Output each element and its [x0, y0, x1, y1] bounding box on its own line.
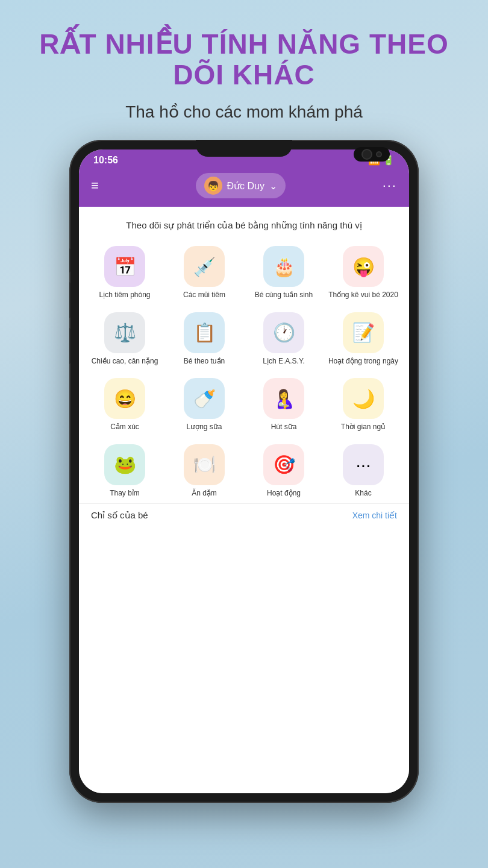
feature-label-13: Ăn dặm: [192, 489, 217, 498]
bottom-label: Chỉ số của bé: [91, 510, 148, 521]
feature-item-9[interactable]: 🍼Lượng sữa: [166, 373, 243, 437]
features-grid: 📅Lịch tiêm phòng💉Các mũi tiêm🎂Bé cùng tu…: [79, 241, 409, 503]
feature-icon-10: 🤱: [263, 378, 304, 419]
feature-icon-9: 🍼: [184, 378, 225, 419]
feature-item-12[interactable]: 🐸Thay bỉm: [86, 439, 163, 503]
feature-item-6[interactable]: 🕐Lịch E.A.S.Y.: [245, 307, 322, 371]
feature-label-12: Thay bỉm: [110, 489, 140, 498]
feature-item-14[interactable]: 🎯Hoạt động: [245, 439, 322, 503]
feature-label-2: Bé cùng tuần sinh: [255, 291, 313, 300]
feature-icon-14: 🎯: [263, 444, 304, 485]
feature-item-1[interactable]: 💉Các mũi tiêm: [166, 241, 243, 305]
feature-label-0: Lịch tiêm phòng: [99, 291, 150, 300]
feature-label-11: Thời gian ngủ: [341, 423, 386, 432]
feature-label-4: Chiều cao, cân nặng: [92, 357, 158, 366]
feature-item-4[interactable]: ⚖️Chiều cao, cân nặng: [86, 307, 163, 371]
phone-notch: [196, 140, 292, 157]
feature-item-11[interactable]: 🌙Thời gian ngủ: [325, 373, 402, 437]
phone-frame: 10:56 📶 🔋 ≡ 👦 Đức Duy ⌄ ··· Theo dõi sự …: [69, 140, 419, 803]
feature-icon-13: 🍽️: [184, 444, 225, 485]
feature-item-15[interactable]: ···Khác: [325, 439, 402, 503]
feature-icon-3: 😜: [343, 246, 384, 287]
page-title-block: RẤT NHIỀU TÍNH NĂNG THEO DÕI KHÁC: [15, 29, 472, 90]
camera-module: [354, 147, 390, 162]
feature-label-9: Lượng sữa: [186, 423, 222, 432]
feature-icon-8: 😄: [104, 378, 145, 419]
avatar: 👦: [204, 177, 222, 195]
profile-name: Đức Duy: [227, 180, 264, 192]
feature-label-6: Lịch E.A.S.Y.: [263, 357, 305, 366]
feature-item-8[interactable]: 😄Cảm xúc: [86, 373, 163, 437]
feature-item-10[interactable]: 🤱Hút sữa: [245, 373, 322, 437]
feature-item-2[interactable]: 🎂Bé cùng tuần sinh: [245, 241, 322, 305]
feature-label-10: Hút sữa: [271, 423, 297, 432]
feature-icon-11: 🌙: [343, 378, 384, 419]
feature-item-13[interactable]: 🍽️Ăn dặm: [166, 439, 243, 503]
menu-icon[interactable]: ≡: [91, 178, 99, 193]
feature-label-7: Hoạt động trong ngày: [328, 357, 398, 366]
feature-item-7[interactable]: 📝Hoạt động trong ngày: [325, 307, 402, 371]
phone-screen: 10:56 📶 🔋 ≡ 👦 Đức Duy ⌄ ··· Theo dõi sự …: [79, 149, 409, 793]
feature-icon-2: 🎂: [263, 246, 304, 287]
app-content: Theo dõi sự phát triển của bé bằng những…: [79, 207, 409, 793]
side-buttons: [69, 248, 70, 364]
power-button: [69, 248, 70, 272]
feature-icon-6: 🕐: [263, 312, 304, 353]
feature-icon-4: ⚖️: [104, 312, 145, 353]
camera-lens-secondary: [376, 151, 382, 157]
bottom-bar: Chỉ số của bé Xem chi tiết: [79, 503, 409, 527]
feature-icon-0: 📅: [104, 246, 145, 287]
feature-icon-15: ···: [343, 444, 384, 485]
view-details-link[interactable]: Xem chi tiết: [352, 511, 397, 520]
feature-item-3[interactable]: 😜Thống kê vui bé 2020: [325, 241, 402, 305]
phone-mockup: 10:56 📶 🔋 ≡ 👦 Đức Duy ⌄ ··· Theo dõi sự …: [69, 140, 419, 803]
feature-label-8: Cảm xúc: [110, 423, 139, 432]
feature-icon-1: 💉: [184, 246, 225, 287]
volume-up-button: [69, 282, 70, 318]
feature-item-5[interactable]: 📋Bé theo tuần: [166, 307, 243, 371]
feature-label-15: Khác: [355, 489, 371, 498]
feature-label-1: Các mũi tiêm: [183, 291, 225, 300]
app-header: ≡ 👦 Đức Duy ⌄ ···: [79, 168, 409, 207]
feature-icon-5: 📋: [184, 312, 225, 353]
camera-lens-main: [361, 149, 372, 160]
feature-label-5: Bé theo tuần: [184, 357, 225, 366]
content-description: Theo dõi sự phát triển của bé bằng những…: [79, 207, 409, 241]
page-title: RẤT NHIỀU TÍNH NĂNG THEO DÕI KHÁC: [39, 29, 448, 90]
page-subtitle: Tha hồ cho các mom khám phá: [125, 102, 363, 122]
status-time: 10:56: [93, 155, 118, 166]
feature-icon-7: 📝: [343, 312, 384, 353]
profile-selector[interactable]: 👦 Đức Duy ⌄: [196, 173, 286, 198]
volume-down-button: [69, 328, 70, 364]
feature-label-14: Hoạt động: [267, 489, 301, 498]
feature-item-0[interactable]: 📅Lịch tiêm phòng: [86, 241, 163, 305]
more-options-icon[interactable]: ···: [383, 178, 397, 193]
chevron-down-icon: ⌄: [269, 180, 277, 192]
feature-icon-12: 🐸: [104, 444, 145, 485]
feature-label-3: Thống kê vui bé 2020: [328, 291, 398, 300]
